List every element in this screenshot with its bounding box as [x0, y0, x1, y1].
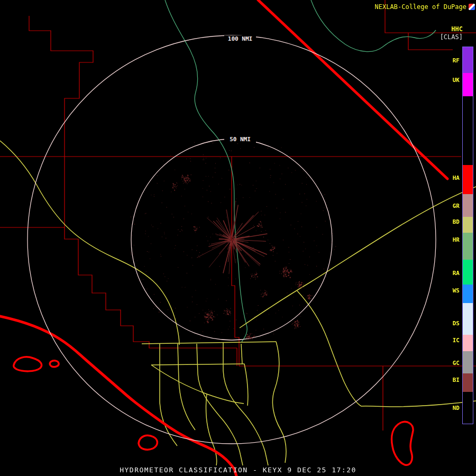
- legend-seg-DS: [463, 303, 473, 335]
- brand-text: NEXLAB-College of DuPage: [375, 3, 466, 11]
- radar-map: [0, 0, 476, 476]
- legend-label-RA: RA: [453, 270, 460, 277]
- legend-seg-BD: [463, 217, 473, 233]
- legend-seg-UK: [463, 73, 473, 96]
- legend-seg-IC: [463, 335, 473, 351]
- legend-seg-gap: [463, 96, 473, 165]
- status-bar: HYDROMETEOR CLASSIFICATION - KEYX 9 DEC …: [0, 466, 476, 474]
- legend-label-BD: BD: [453, 218, 460, 225]
- legend-label-HR: HR: [453, 236, 460, 243]
- ring-label-100: 100 NMI: [224, 35, 256, 42]
- brand: NEXLAB-College of DuPage: [375, 3, 475, 11]
- legend-label-GR: GR: [453, 203, 460, 209]
- legend-seg-RF: [463, 47, 473, 73]
- product-mode: [CLAS]: [440, 33, 463, 41]
- product-code: HHC: [451, 25, 463, 33]
- legend-seg-BI: [463, 373, 473, 392]
- radar-display: 100 NMI50 NMI NEXLAB-College of DuPage H…: [0, 0, 476, 476]
- nexlab-logo-icon: [469, 4, 475, 10]
- legend-label-UK: UK: [453, 77, 460, 84]
- legend-label-ND: ND: [453, 405, 460, 411]
- legend-seg-GR: [463, 194, 473, 217]
- legend-seg-RA: [463, 260, 473, 285]
- legend-label-HA: HA: [453, 175, 460, 181]
- legend-seg-HR: [463, 233, 473, 260]
- legend-label-DS: DS: [453, 320, 460, 327]
- highways: [0, 141, 476, 465]
- legend-seg-HA: [463, 165, 473, 194]
- legend-label-BI: BI: [453, 377, 460, 383]
- legend-label-GC: GC: [453, 360, 460, 367]
- legend-label-RF: RF: [453, 57, 460, 64]
- legend-seg-ND: [463, 392, 473, 424]
- rivers: [165, 0, 436, 342]
- legend-label-WS: WS: [453, 287, 460, 294]
- legend-label-IC: IC: [453, 337, 460, 344]
- colorbar: [462, 47, 473, 424]
- ring-label-50: 50 NMI: [224, 136, 256, 143]
- legend-seg-GC: [463, 351, 473, 373]
- legend-seg-WS: [463, 285, 473, 303]
